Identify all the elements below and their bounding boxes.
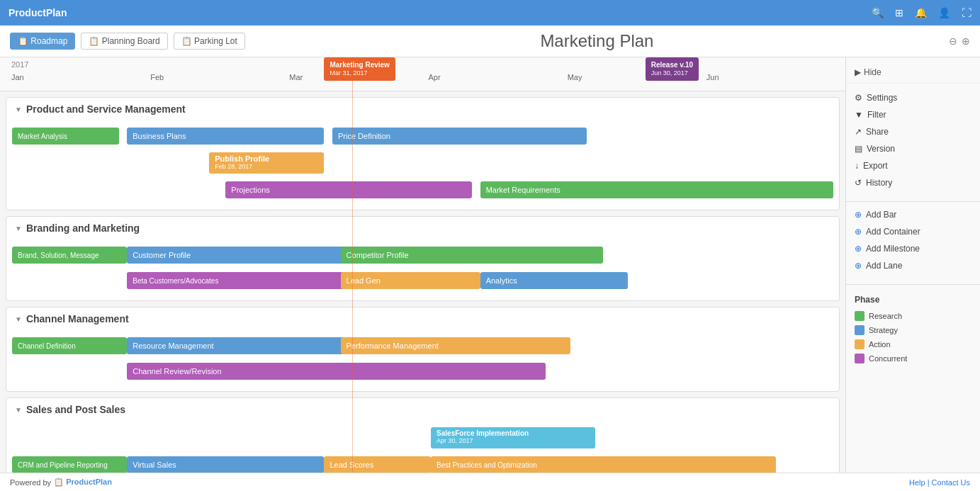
- add-milestone-label: Add Milestone: [866, 244, 920, 254]
- gantt-row: CRM and Pipeline Reporting Virtual Sales…: [12, 453, 833, 473]
- phase-action: Action: [855, 337, 971, 351]
- chevron-down-icon: ▼: [15, 315, 22, 323]
- timeline-header: 2017 Marketing Review Mar 31, 2017 Relea…: [0, 57, 845, 91]
- footer-brand: Powered by 📋 ProductPlan: [10, 478, 112, 487]
- bar-best-practices[interactable]: Best Practices and Optimization: [431, 456, 776, 473]
- panel-divider-2: [846, 284, 980, 285]
- zoom-out-icon[interactable]: ⊖: [949, 35, 957, 47]
- bar-lead-scores[interactable]: Lead Scores: [324, 456, 431, 473]
- bar-business-plans[interactable]: Business Plans: [127, 128, 324, 145]
- filter-label: Filter: [867, 110, 886, 120]
- bar-brand-solution[interactable]: Brand, Solution, Message: [12, 247, 127, 264]
- strategy-label: Strategy: [869, 326, 898, 334]
- contact-link[interactable]: Contact Us: [932, 478, 970, 487]
- panel-divider: [846, 201, 980, 202]
- bar-projections[interactable]: Projections: [225, 181, 472, 198]
- chevron-right-icon: ▶: [855, 67, 861, 77]
- tab-parking-lot[interactable]: 📋 Parking Lot: [174, 33, 245, 50]
- milestone-label: Marketing Review: [330, 60, 389, 69]
- export-label: Export: [863, 161, 888, 171]
- bar-beta-customers[interactable]: Beta Customers/Advocates: [127, 272, 349, 289]
- bar-lead-gen[interactable]: Lead Gen: [341, 272, 480, 289]
- section-header-channel[interactable]: ▼ Channel Management: [6, 307, 839, 330]
- bar-customer-profile[interactable]: Customer Profile: [127, 247, 349, 264]
- bar-crm-pipeline[interactable]: CRM and Pipeline Reporting: [12, 456, 127, 473]
- strategy-color: [855, 325, 864, 335]
- add-milestone-icon: ⊕: [855, 244, 862, 254]
- top-nav: ProductPlan 🔍 ⊞ 🔔 👤 ⛶: [0, 0, 980, 26]
- concurrent-label: Concurrent: [869, 354, 907, 363]
- bar-competitor-profile[interactable]: Competitor Profile: [341, 247, 604, 264]
- bar-channel-review[interactable]: Channel Review/Revision: [127, 363, 546, 380]
- section-title-branding: Branding and Marketing: [26, 222, 140, 234]
- add-container-icon: ⊕: [855, 227, 862, 237]
- concurrent-color: [855, 354, 864, 363]
- export-item[interactable]: ↓ Export: [855, 157, 971, 174]
- milestone-marketing-review[interactable]: Marketing Review Mar 31, 2017: [324, 57, 395, 81]
- user-icon[interactable]: 👤: [938, 7, 950, 18]
- gantt-row: Beta Customers/Advocates Lead Gen Analyt…: [12, 269, 833, 292]
- bar-channel-definition[interactable]: Channel Definition: [12, 337, 127, 354]
- add-bar-item[interactable]: ⊕ Add Bar: [855, 206, 971, 223]
- section-title-product: Product and Service Management: [26, 103, 186, 115]
- zoom-in-icon[interactable]: ⊕: [962, 35, 970, 47]
- bar-label: SalesForce Implementation: [437, 429, 529, 437]
- bar-performance-management[interactable]: Performance Management: [341, 337, 571, 354]
- search-icon[interactable]: 🔍: [872, 7, 884, 18]
- month-jan: Jan: [11, 60, 150, 81]
- add-container-item[interactable]: ⊕ Add Container: [855, 223, 971, 240]
- gantt-row: Brand, Solution, Message Customer Profil…: [12, 244, 833, 266]
- section-header-sales[interactable]: ▼ Sales and Post Sales: [6, 398, 839, 421]
- bar-analytics[interactable]: Analytics: [480, 272, 629, 289]
- action-color: [855, 339, 864, 349]
- milestone-date: Mar 31, 2017: [330, 69, 389, 78]
- bar-resource-management[interactable]: Resource Management: [127, 337, 349, 354]
- hide-button[interactable]: ▶ Hide: [846, 64, 980, 84]
- action-label: Action: [869, 340, 891, 349]
- gantt-row: Publish Profile Feb 28, 2017: [12, 150, 833, 176]
- bar-price-definition[interactable]: Price Definition: [332, 128, 587, 145]
- help-link[interactable]: Help: [909, 478, 925, 487]
- bar-publish-profile[interactable]: Publish Profile Feb 28, 2017: [209, 152, 324, 174]
- phase-concurrent: Concurrent: [855, 351, 971, 366]
- history-label: History: [866, 178, 892, 188]
- bell-icon[interactable]: 🔔: [915, 7, 927, 18]
- month-apr: Apr: [429, 60, 568, 81]
- layers-icon[interactable]: ⊞: [895, 7, 903, 18]
- history-icon: ↺: [855, 178, 862, 188]
- add-bar-label: Add Bar: [866, 210, 896, 220]
- expand-icon[interactable]: ⛶: [962, 7, 971, 18]
- tab-roadmap[interactable]: 📋 Roadmap: [10, 33, 75, 50]
- footer-brand-name: 📋 ProductPlan: [54, 478, 112, 487]
- chevron-down-icon: ▼: [15, 106, 22, 113]
- add-milestone-item[interactable]: ⊕ Add Milestone: [855, 240, 971, 257]
- version-item[interactable]: ▤ Version: [855, 140, 971, 157]
- bar-market-analysis[interactable]: Market Analysis: [12, 128, 119, 145]
- bar-virtual-sales[interactable]: Virtual Sales: [127, 456, 324, 473]
- filter-item[interactable]: ▼ Filter: [855, 106, 971, 123]
- history-item[interactable]: ↺ History: [855, 174, 971, 191]
- settings-item[interactable]: ⚙ Settings: [855, 89, 971, 106]
- section-header-product[interactable]: ▼ Product and Service Management: [6, 98, 839, 120]
- app-brand: ProductPlan: [9, 7, 872, 18]
- share-item[interactable]: ↗ Share: [855, 123, 971, 140]
- add-lane-item[interactable]: ⊕ Add Lane: [855, 257, 971, 274]
- milestone-date: Jun 30, 2017: [651, 69, 693, 78]
- bar-label: Publish Profile: [215, 154, 269, 163]
- bar-salesforce[interactable]: SalesForce Implementation Apr 30, 2017: [431, 427, 595, 448]
- phase-title: Phase: [855, 295, 971, 305]
- chevron-down-icon: ▼: [15, 225, 22, 232]
- content-area: 2017 Marketing Review Mar 31, 2017 Relea…: [0, 57, 980, 473]
- add-lane-icon: ⊕: [855, 261, 862, 271]
- hide-label: Hide: [864, 67, 882, 77]
- tab-planning-board[interactable]: 📋 Planning Board: [81, 33, 167, 50]
- timeline-year: 2017: [11, 60, 28, 69]
- section-header-branding[interactable]: ▼ Branding and Marketing: [6, 217, 839, 239]
- milestone-release[interactable]: Release v.10 Jun 30, 2017: [646, 57, 699, 81]
- bar-market-requirements[interactable]: Market Requirements: [480, 181, 833, 198]
- section-rows-sales: SalesForce Implementation Apr 30, 2017 C…: [6, 421, 839, 473]
- nav-tabs: 📋 Roadmap 📋 Planning Board 📋 Parking Lot: [10, 33, 245, 50]
- main-container: 📋 Roadmap 📋 Planning Board 📋 Parking Lot…: [0, 26, 980, 491]
- right-panel: ▶ Hide ⚙ Settings ▼ Filter ↗ Share ▤: [845, 57, 980, 473]
- sub-nav-right: ⊖ ⊕: [949, 35, 970, 47]
